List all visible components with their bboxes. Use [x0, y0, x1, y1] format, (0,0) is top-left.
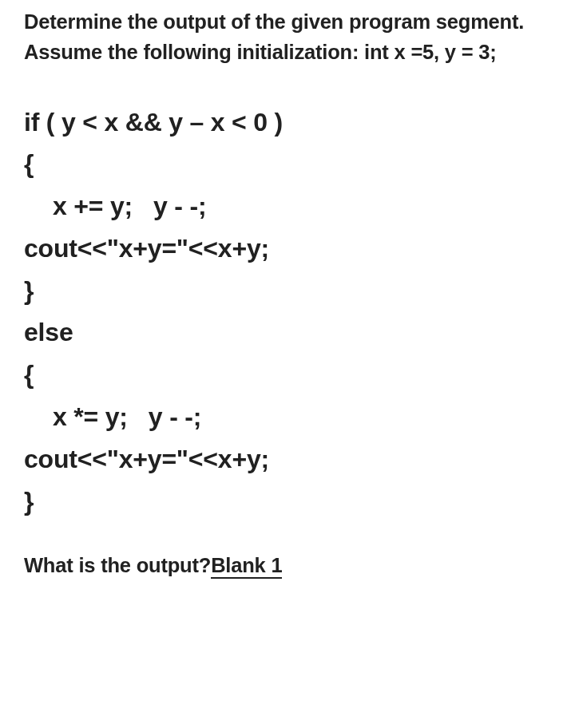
code-line-10: } [24, 481, 551, 523]
code-line-5: } [24, 270, 551, 312]
question-section: What is the output?Blank 1 [24, 554, 551, 579]
code-line-2: { [24, 143, 551, 185]
problem-intro: Determine the output of the given progra… [24, 6, 551, 68]
blank-input[interactable]: Blank 1 [211, 554, 282, 579]
code-line-1: if ( y < x && y – x < 0 ) [24, 101, 551, 144]
code-line-8: x *= y; y - -; [24, 396, 551, 438]
code-line-7: { [24, 354, 551, 396]
code-line-9: cout<<"x+y="<<x+y; [24, 438, 551, 481]
output-question: What is the output? [24, 554, 211, 576]
code-block: if ( y < x && y – x < 0 ) { x += y; y - … [24, 101, 551, 523]
code-line-4: cout<<"x+y="<<x+y; [24, 228, 551, 270]
code-line-3: x += y; y - -; [24, 185, 551, 228]
code-line-6: else [24, 311, 551, 354]
